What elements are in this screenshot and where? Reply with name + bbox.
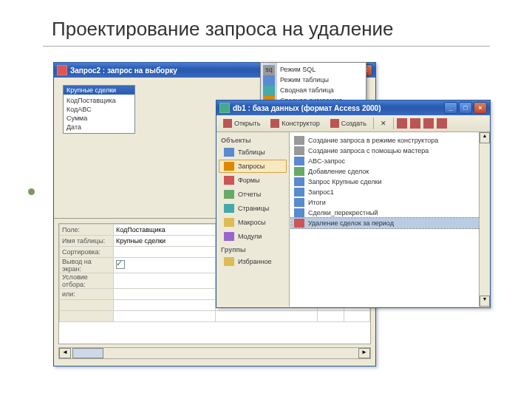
reports-icon	[224, 190, 234, 199]
grid-label-or: или:	[60, 289, 114, 300]
wizard-icon	[294, 146, 304, 155]
list-item[interactable]: Добавление сделок	[291, 166, 488, 177]
slide-title: Проектирование запроса на удаление	[52, 18, 393, 41]
new-button[interactable]: Создать	[327, 117, 370, 129]
horizontal-scrollbar[interactable]: ◄ ►	[58, 347, 371, 359]
scroll-down-icon[interactable]: ▼	[480, 296, 490, 307]
table-field[interactable]: КодABC	[66, 105, 132, 114]
table-box[interactable]: Крупные сделки КодПоставщика КодABC Сумм…	[63, 85, 135, 134]
delete-query-icon	[294, 219, 304, 228]
bullet-icon	[28, 188, 35, 195]
new-icon	[330, 119, 339, 128]
nav-item-pages[interactable]: Страницы	[219, 202, 287, 215]
table-caption[interactable]: Крупные сделки	[64, 86, 134, 95]
scroll-right-icon[interactable]: ►	[358, 348, 370, 358]
toolbar-separator	[373, 117, 374, 129]
view-small-icon[interactable]	[410, 118, 420, 129]
macros-icon	[224, 218, 234, 227]
table-field[interactable]: Сумма	[66, 114, 132, 123]
nav-section-objects: Объекты	[216, 134, 289, 145]
grid-label-field: Поле:	[60, 225, 114, 236]
grid-cell[interactable]: Крупные сделки	[114, 236, 216, 247]
grid-cell[interactable]	[114, 258, 216, 273]
view-list-icon[interactable]	[423, 118, 434, 129]
sql-icon: sq	[263, 65, 275, 75]
nav-item-forms[interactable]: Формы	[219, 174, 287, 187]
menu-item[interactable]: Сводная таблица	[261, 85, 366, 95]
grid-icon	[263, 75, 275, 86]
menu-item[interactable]: Режим таблицы	[261, 75, 366, 85]
delete-icon: ✕	[381, 120, 386, 127]
table-field[interactable]: Дата	[66, 123, 132, 132]
open-button[interactable]: Открыть	[219, 117, 264, 129]
db-object-list[interactable]: Создание запроса в режиме конструктора С…	[290, 132, 490, 307]
nav-item-queries[interactable]: Запросы	[219, 160, 287, 173]
forms-icon	[224, 176, 234, 185]
view-details-icon[interactable]	[437, 118, 447, 129]
grid-cell[interactable]	[114, 247, 216, 258]
grid-label-sort: Сортировка:	[60, 247, 114, 258]
list-item[interactable]: Сделки_перекрестный	[291, 208, 488, 218]
query-icon	[294, 177, 304, 186]
query-icon	[294, 198, 304, 207]
nav-item-modules[interactable]: Модули	[219, 230, 287, 243]
grid-cell[interactable]	[114, 289, 216, 300]
nav-section-groups: Группы	[216, 244, 289, 254]
append-query-icon	[294, 167, 304, 176]
design-button[interactable]: Конструктор	[267, 117, 323, 129]
checkbox-icon[interactable]	[116, 260, 125, 269]
crosstab-icon	[294, 208, 304, 217]
list-item[interactable]: Удаление сделок за период	[291, 218, 488, 228]
query-icon	[294, 157, 304, 166]
list-item[interactable]: ABC-запрос	[291, 156, 488, 166]
grid-label-table: Имя таблицы:	[60, 236, 114, 247]
query-title: Запрос2 : запрос на выборку	[70, 66, 177, 75]
db-toolbar: Открыть Конструктор Создать ✕	[216, 115, 490, 132]
scroll-thumb[interactable]	[72, 348, 103, 358]
window-icon	[219, 103, 230, 113]
tables-icon	[224, 148, 234, 157]
list-item[interactable]: Создание запроса в режиме конструктора	[291, 135, 488, 146]
nav-item-favorites[interactable]: Избранное	[219, 255, 287, 268]
delete-button[interactable]: ✕	[377, 118, 390, 129]
vertical-scrollbar[interactable]: ▲ ▼	[479, 132, 490, 307]
grid-cell[interactable]	[114, 273, 216, 289]
close-button[interactable]: ×	[474, 102, 487, 114]
grid-cell[interactable]: КодПоставщика	[114, 225, 216, 236]
nav-item-tables[interactable]: Таблицы	[219, 146, 287, 159]
list-item[interactable]: Итоги	[291, 197, 488, 208]
list-item[interactable]: Запрос Крупные сделки	[291, 177, 488, 187]
pages-icon	[224, 204, 234, 213]
view-large-icon[interactable]	[397, 118, 407, 129]
open-icon	[223, 119, 232, 128]
grid-label-show: Вывод на экран:	[60, 258, 114, 273]
pivot-icon	[263, 86, 275, 96]
database-window: db1 : база данных (формат Access 2000) _…	[216, 100, 491, 308]
nav-item-macros[interactable]: Макросы	[219, 216, 287, 229]
wizard-icon	[294, 136, 304, 145]
design-icon	[270, 119, 279, 128]
query-icon	[294, 188, 304, 197]
list-item[interactable]: Создание запроса с помощью мастера	[291, 146, 488, 156]
menu-item[interactable]: sqРежим SQL	[261, 64, 366, 75]
table-field[interactable]: КодПоставщика	[66, 96, 132, 105]
modules-icon	[224, 232, 234, 241]
list-item[interactable]: Запрос1	[291, 187, 488, 197]
table-field-list[interactable]: КодПоставщика КодABC Сумма Дата	[64, 95, 134, 133]
stage: Запрос2 : запрос на выборку _ □ × Крупны…	[53, 62, 491, 365]
db-body: Объекты Таблицы Запросы Формы Отчеты Стр…	[216, 132, 490, 307]
scroll-left-icon[interactable]: ◄	[59, 348, 71, 358]
db-titlebar[interactable]: db1 : база данных (формат Access 2000) _…	[216, 100, 490, 115]
title-underline	[43, 46, 490, 47]
minimize-button[interactable]: _	[444, 102, 457, 114]
nav-item-reports[interactable]: Отчеты	[219, 188, 287, 201]
db-title: db1 : база данных (формат Access 2000)	[233, 104, 381, 112]
scroll-up-icon[interactable]: ▲	[480, 132, 490, 143]
star-icon	[224, 257, 234, 266]
toolbar-separator	[393, 117, 394, 129]
window-icon	[57, 65, 67, 75]
maximize-button[interactable]: □	[459, 102, 472, 114]
db-nav: Объекты Таблицы Запросы Формы Отчеты Стр…	[216, 132, 290, 307]
queries-icon	[224, 162, 234, 171]
grid-label-criteria: Условие отбора:	[60, 273, 114, 289]
